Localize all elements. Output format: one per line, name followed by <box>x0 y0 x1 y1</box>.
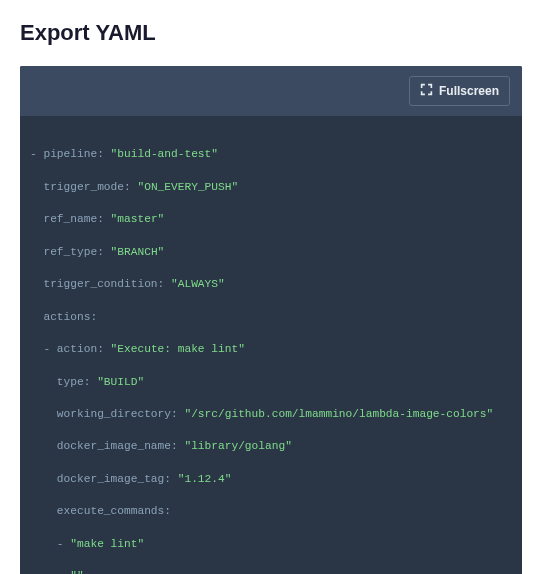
val-a1-dit: "1.12.4" <box>178 473 232 485</box>
val-a1-action: "Execute: make lint" <box>111 343 245 355</box>
fullscreen-button[interactable]: Fullscreen <box>409 76 510 106</box>
page-title: Export YAML <box>20 20 522 46</box>
key-a1-ec: execute_commands <box>57 505 164 517</box>
code-panel: Fullscreen - pipeline: "build-and-test" … <box>20 66 522 574</box>
val-a1-din: "library/golang" <box>184 440 291 452</box>
val-trigger-condition: "ALWAYS" <box>171 278 225 290</box>
fullscreen-label: Fullscreen <box>439 84 499 98</box>
key-actions: actions <box>43 311 90 323</box>
val-pipeline: "build-and-test" <box>111 148 218 160</box>
val-a1-ec0: "make lint" <box>70 538 144 550</box>
val-ref-name: "master" <box>111 213 165 225</box>
val-ref-type: "BRANCH" <box>111 246 165 258</box>
yaml-code: - pipeline: "build-and-test" trigger_mod… <box>20 116 522 574</box>
val-a1-type: "BUILD" <box>97 376 144 388</box>
fullscreen-icon <box>420 83 433 99</box>
panel-header: Fullscreen <box>20 66 522 116</box>
val-trigger-mode: "ON_EVERY_PUSH" <box>137 181 238 193</box>
val-a1-ec1: "" <box>70 570 83 574</box>
val-a1-wd: "/src/github.com/lmammino/lambda-image-c… <box>184 408 493 420</box>
